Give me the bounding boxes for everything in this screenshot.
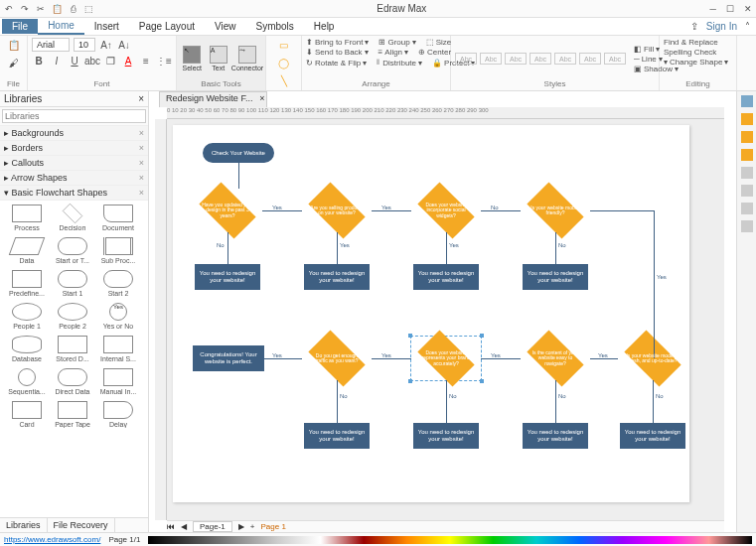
shape-internal[interactable]: Internal S... bbox=[95, 336, 141, 362]
find-replace-button[interactable]: Find & Replace bbox=[664, 38, 718, 47]
node-r7[interactable]: You need to redesign your website! bbox=[523, 423, 588, 449]
signin-link[interactable]: Sign In bbox=[706, 21, 737, 32]
cat-arrow-shapes[interactable]: ▸ Arrow Shapes× bbox=[0, 171, 148, 186]
status-url[interactable]: https://www.edrawsoft.com/ bbox=[4, 535, 100, 544]
node-d5[interactable]: Do you get enough traffic as you want? bbox=[302, 337, 372, 380]
page-nav-prev[interactable]: ◀ bbox=[181, 522, 187, 531]
group-button[interactable]: ⊞ Group ▾ bbox=[378, 38, 415, 47]
ribbon-collapse-icon[interactable]: ˄ bbox=[745, 21, 750, 32]
grow-font-icon[interactable]: A↑ bbox=[99, 38, 113, 52]
style-preset-7[interactable]: Abc bbox=[604, 53, 626, 65]
page-nav-first[interactable]: ⏮ bbox=[167, 522, 175, 531]
shape-process[interactable]: Process bbox=[4, 205, 50, 231]
panel-icon-3[interactable] bbox=[741, 131, 753, 143]
panel-icon-2[interactable] bbox=[741, 113, 753, 125]
paste-button[interactable]: 📋 bbox=[7, 38, 21, 52]
size-button[interactable]: ⬚ Size bbox=[426, 38, 452, 47]
connector-tool[interactable]: ⤳Connector bbox=[233, 46, 261, 71]
shape-decision[interactable]: Decision bbox=[50, 205, 95, 231]
cat-backgrounds[interactable]: ▸ Backgrounds× bbox=[0, 126, 148, 141]
library-search-input[interactable] bbox=[2, 109, 146, 123]
align-button[interactable]: ≡ Align ▾ bbox=[378, 48, 408, 57]
strike-icon[interactable]: abc bbox=[85, 54, 99, 68]
cut-icon[interactable]: ✂ bbox=[36, 4, 46, 14]
shape-rect-icon[interactable]: ▭ bbox=[277, 38, 291, 52]
format-painter-icon[interactable]: 🖌 bbox=[7, 56, 21, 69]
node-d1[interactable]: Have you updated your design in the past… bbox=[193, 189, 262, 232]
panel-icon-8[interactable] bbox=[741, 220, 753, 232]
node-d7[interactable]: Is the content of your website easy to n… bbox=[521, 337, 590, 380]
node-r5[interactable]: You need to redesign your website! bbox=[304, 423, 370, 449]
style-preset-1[interactable]: Abc bbox=[455, 53, 477, 65]
panel-icon-1[interactable] bbox=[741, 95, 753, 107]
page[interactable]: Check Your Website Have you updated your… bbox=[173, 125, 689, 502]
node-r8[interactable]: You need to redesign your website! bbox=[620, 423, 685, 449]
text-tool[interactable]: AText bbox=[208, 46, 230, 71]
node-d8[interactable]: Is your website modern, fresh, and up-to… bbox=[618, 337, 687, 380]
redo-icon[interactable]: ↷ bbox=[20, 4, 30, 14]
tab-page-layout[interactable]: Page Layout bbox=[129, 19, 205, 34]
paste-icon[interactable]: 📋 bbox=[52, 4, 62, 14]
italic-icon[interactable]: I bbox=[50, 54, 64, 68]
node-r6[interactable]: You need to redesign your website! bbox=[413, 423, 479, 449]
underline-icon[interactable]: U bbox=[68, 54, 81, 68]
file-tab[interactable]: File bbox=[2, 19, 38, 34]
canvas[interactable]: Check Your Website Have you updated your… bbox=[167, 119, 724, 520]
share-icon[interactable]: ⇪ bbox=[690, 21, 698, 32]
node-d2[interactable]: Are you selling products on your website… bbox=[302, 189, 372, 232]
rotate-button[interactable]: ↻ Rotate & Flip ▾ bbox=[306, 59, 367, 68]
shape-sequential[interactable]: Sequentia... bbox=[4, 368, 50, 395]
spelling-button[interactable]: Spelling Check bbox=[664, 48, 716, 57]
bullets-icon[interactable]: ⋮≡ bbox=[157, 54, 171, 68]
shrink-font-icon[interactable]: A↓ bbox=[117, 38, 131, 52]
qat-more-icon[interactable]: ⬚ bbox=[83, 4, 93, 14]
tab-home[interactable]: Home bbox=[38, 18, 84, 35]
maximize-icon[interactable]: ☐ bbox=[726, 4, 734, 14]
send-back-button[interactable]: ⬇ Send to Back ▾ bbox=[306, 48, 369, 57]
node-d4[interactable]: Is your website mobile friendly? bbox=[521, 189, 590, 232]
shape-line-icon[interactable]: ╲ bbox=[277, 73, 291, 87]
document-tab[interactable]: Redesign Website F... × bbox=[159, 91, 267, 107]
color-strip[interactable] bbox=[148, 536, 752, 544]
shape-manualinput[interactable]: Manual In... bbox=[95, 368, 141, 395]
print-icon[interactable]: ⎙ bbox=[68, 4, 77, 14]
shape-yesno[interactable]: YesYes or No bbox=[95, 303, 141, 330]
shape-delay[interactable]: Delay bbox=[95, 401, 141, 428]
shape-card[interactable]: Card bbox=[4, 401, 50, 428]
bold-icon[interactable]: B bbox=[32, 54, 46, 68]
shape-people1[interactable]: People 1 bbox=[4, 303, 50, 330]
node-r2[interactable]: You need to redesign your website! bbox=[304, 264, 370, 290]
align-left-icon[interactable]: ≡ bbox=[139, 54, 153, 68]
node-d6[interactable]: Does your website represents your brand … bbox=[411, 337, 481, 380]
select-tool[interactable]: ↖Select bbox=[181, 46, 204, 71]
lp-tab-libraries[interactable]: Libraries bbox=[0, 518, 48, 532]
shape-data[interactable]: Data bbox=[4, 237, 50, 264]
node-perfect[interactable]: Congratulations! Your website is perfect… bbox=[193, 345, 264, 371]
distribute-button[interactable]: ⫴ Distribute ▾ bbox=[377, 58, 422, 68]
lp-tab-recovery[interactable]: File Recovery bbox=[48, 518, 115, 532]
shape-directdata[interactable]: Direct Data bbox=[50, 368, 95, 395]
style-preset-4[interactable]: Abc bbox=[529, 53, 551, 65]
font-color-icon[interactable]: A bbox=[121, 54, 135, 68]
shape-ellipse-icon[interactable]: ◯ bbox=[277, 56, 291, 69]
node-r4[interactable]: You need to redesign your website! bbox=[523, 264, 588, 290]
highlight-icon[interactable]: ❐ bbox=[103, 54, 117, 68]
node-d3[interactable]: Does your website incorporate social wid… bbox=[411, 189, 481, 232]
shape-start1[interactable]: Start 1 bbox=[50, 270, 95, 297]
shape-start2[interactable]: Start 2 bbox=[95, 270, 141, 297]
cat-borders[interactable]: ▸ Borders× bbox=[0, 141, 148, 156]
font-size-select[interactable]: 10 bbox=[74, 38, 95, 52]
shape-papertape[interactable]: Paper Tape bbox=[50, 401, 95, 428]
tab-help[interactable]: Help bbox=[304, 19, 345, 34]
style-preset-6[interactable]: Abc bbox=[579, 53, 601, 65]
tab-insert[interactable]: Insert bbox=[84, 19, 129, 34]
shape-document[interactable]: Document bbox=[95, 205, 141, 231]
node-r1[interactable]: You need to redesign your website! bbox=[195, 264, 260, 290]
undo-icon[interactable]: ↶ bbox=[4, 4, 14, 14]
style-preset-2[interactable]: Abc bbox=[480, 53, 502, 65]
tab-close-icon[interactable]: × bbox=[259, 93, 264, 103]
close-icon[interactable]: ✕ bbox=[744, 4, 752, 14]
cat-callouts[interactable]: ▸ Callouts× bbox=[0, 156, 148, 171]
panel-icon-5[interactable] bbox=[741, 167, 753, 179]
tab-symbols[interactable]: Symbols bbox=[246, 19, 304, 34]
